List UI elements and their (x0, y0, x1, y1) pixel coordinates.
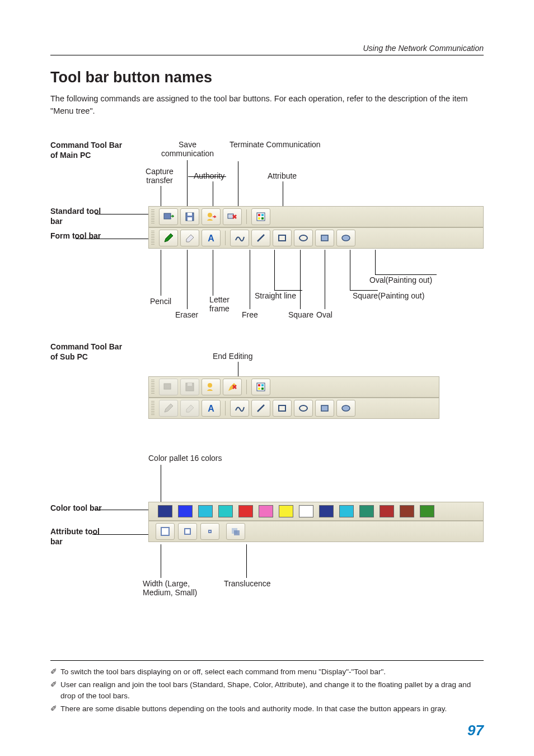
label-end-editing: End Editing (213, 352, 253, 361)
label-width: Width (Large, Medium, Small) (143, 579, 216, 597)
authority-button[interactable] (202, 208, 221, 225)
note-text: User can realign and join the tool bars … (60, 679, 484, 701)
width-small-button[interactable] (200, 523, 219, 540)
svg-rect-24 (258, 388, 260, 390)
svg-text:A: A (208, 234, 214, 243)
grip[interactable] (151, 401, 154, 416)
svg-line-12 (257, 235, 264, 241)
save-communication-button[interactable] (180, 208, 199, 225)
intro-text: The following commands are assigned to t… (50, 93, 484, 118)
straight-line-button[interactable] (251, 400, 270, 417)
color-toolbar (148, 502, 484, 521)
label-oval: Oval (316, 310, 332, 319)
diagram-color-attr: Color pallet 16 colors Color tool bar At… (50, 454, 484, 610)
terminate-button[interactable] (223, 208, 242, 225)
oval-button[interactable] (294, 400, 313, 417)
color-swatch[interactable] (158, 505, 172, 517)
note-icon: ✐ (50, 679, 57, 701)
free-button[interactable] (230, 230, 249, 246)
svg-rect-0 (164, 213, 171, 219)
label-pencil: Pencil (150, 297, 171, 306)
color-swatch[interactable] (259, 505, 273, 517)
square-button[interactable] (273, 400, 292, 417)
label-command-sub: Command Tool Bar of Sub PC (50, 342, 129, 362)
width-medium-button[interactable] (178, 523, 197, 540)
svg-rect-15 (321, 235, 328, 241)
diagram-sub-pc: Command Tool Bar of Sub PC End Editing A (50, 342, 484, 454)
standard-toolbar (148, 206, 484, 227)
grip[interactable] (151, 209, 154, 224)
note-text: To switch the tool bars displaying on or… (60, 666, 386, 678)
pencil-button (159, 400, 178, 417)
svg-point-29 (299, 405, 307, 411)
svg-rect-33 (234, 530, 240, 535)
label-oval-paint: Oval(Painting out) (369, 276, 432, 284)
label-terminate: Terminate Communication (229, 140, 321, 149)
color-swatch[interactable] (198, 505, 213, 517)
label-color-toolbar: Color tool bar (50, 503, 106, 513)
color-swatch[interactable] (238, 505, 253, 517)
oval-fill-button[interactable] (336, 400, 355, 417)
oval-fill-button[interactable] (336, 230, 355, 246)
width-large-button[interactable] (156, 523, 175, 540)
svg-rect-30 (321, 405, 328, 411)
svg-rect-25 (261, 388, 264, 390)
svg-point-4 (208, 213, 212, 217)
color-swatch[interactable] (218, 505, 233, 517)
svg-point-16 (342, 235, 350, 241)
label-command-main: Command Tool Bar of Main PC (50, 140, 123, 160)
svg-rect-28 (279, 405, 285, 411)
svg-rect-22 (258, 384, 260, 386)
label-standard-toolbar: Standard tool bar (50, 206, 106, 226)
diagram-main-pc: Command Tool Bar of Main PC Save communi… (50, 140, 484, 342)
color-swatch[interactable] (420, 505, 434, 517)
color-swatch[interactable] (400, 505, 414, 517)
letter-frame-button[interactable]: A (202, 230, 221, 246)
attribute-button[interactable] (251, 379, 270, 395)
square-button[interactable] (273, 230, 292, 246)
svg-rect-19 (188, 383, 192, 386)
authority-button[interactable] (202, 379, 221, 395)
square-fill-button[interactable] (315, 230, 334, 246)
svg-text:A: A (208, 404, 214, 413)
page-number: 97 (467, 722, 484, 739)
color-swatch[interactable] (339, 505, 354, 517)
letter-frame-button[interactable]: A (202, 400, 221, 417)
grip[interactable] (151, 380, 154, 394)
svg-rect-17 (164, 384, 171, 389)
grip[interactable] (151, 231, 154, 245)
end-editing-button[interactable] (223, 379, 242, 395)
sub-form-toolbar: A (148, 398, 439, 419)
form-toolbar: A (148, 227, 484, 249)
label-attribute-toolbar: Attribute tool bar (50, 526, 106, 547)
svg-rect-23 (261, 384, 264, 386)
color-swatch[interactable] (319, 505, 334, 517)
label-authority: Authority (194, 171, 224, 180)
label-square: Square (288, 310, 313, 319)
svg-point-20 (208, 383, 212, 388)
square-fill-button[interactable] (315, 400, 334, 417)
color-swatch[interactable] (178, 505, 193, 517)
free-button[interactable] (230, 400, 249, 417)
label-translucence: Translucence (224, 579, 271, 588)
color-swatch[interactable] (299, 505, 313, 517)
svg-rect-3 (188, 217, 192, 221)
oval-button[interactable] (294, 230, 313, 246)
label-straight: Straight line (255, 291, 296, 300)
color-swatch[interactable] (359, 505, 374, 517)
color-swatch[interactable] (380, 505, 394, 517)
capture-transfer-button[interactable] (159, 208, 178, 225)
svg-point-31 (342, 405, 350, 411)
color-swatch[interactable] (279, 505, 293, 517)
footnotes: ✐To switch the tool bars displaying on o… (50, 660, 484, 717)
save-communication-button (180, 379, 199, 395)
svg-rect-8 (261, 214, 264, 216)
eraser-button[interactable] (180, 230, 199, 246)
attribute-button[interactable] (251, 208, 270, 225)
straight-line-button[interactable] (251, 230, 270, 246)
label-square-paint: Square(Painting out) (353, 291, 424, 300)
translucence-button[interactable] (226, 523, 245, 540)
capture-transfer-button (159, 379, 178, 395)
pencil-button[interactable] (159, 230, 178, 246)
svg-line-27 (257, 405, 264, 412)
